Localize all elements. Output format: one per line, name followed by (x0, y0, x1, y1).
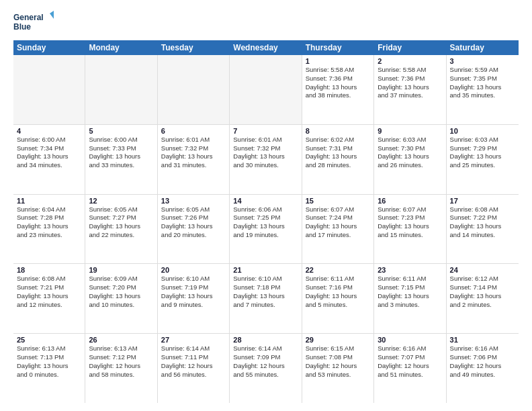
page-header: General Blue (13, 11, 519, 35)
svg-text:Blue: Blue (13, 22, 31, 32)
day-info: Sunrise: 6:07 AM Sunset: 7:24 PM Dayligh… (306, 205, 370, 240)
calendar-cell: 19Sunrise: 6:09 AM Sunset: 7:20 PM Dayli… (85, 264, 157, 333)
day-number: 15 (306, 197, 370, 205)
calendar-header-cell: Tuesday (158, 40, 230, 55)
calendar-cell: 24Sunrise: 6:12 AM Sunset: 7:14 PM Dayli… (447, 264, 519, 333)
calendar: SundayMondayTuesdayWednesdayThursdayFrid… (13, 40, 519, 403)
calendar-cell: 15Sunrise: 6:07 AM Sunset: 7:24 PM Dayli… (302, 195, 374, 264)
calendar-cell: 10Sunrise: 6:03 AM Sunset: 7:29 PM Dayli… (447, 125, 519, 194)
calendar-cell: 6Sunrise: 6:01 AM Sunset: 7:32 PM Daylig… (158, 125, 230, 194)
day-number: 29 (306, 336, 370, 344)
day-number: 3 (450, 57, 515, 65)
calendar-cell: 30Sunrise: 6:16 AM Sunset: 7:07 PM Dayli… (374, 334, 446, 403)
day-info: Sunrise: 6:16 AM Sunset: 7:07 PM Dayligh… (378, 345, 442, 379)
calendar-cell: 2Sunrise: 5:58 AM Sunset: 7:36 PM Daylig… (374, 55, 446, 124)
day-number: 1 (306, 57, 370, 65)
day-info: Sunrise: 6:03 AM Sunset: 7:29 PM Dayligh… (450, 136, 515, 170)
day-number: 4 (17, 127, 81, 135)
day-number: 11 (17, 197, 81, 205)
day-number: 8 (306, 127, 370, 135)
calendar-cell: 17Sunrise: 6:08 AM Sunset: 7:22 PM Dayli… (447, 195, 519, 264)
day-info: Sunrise: 6:10 AM Sunset: 7:19 PM Dayligh… (161, 275, 226, 309)
day-info: Sunrise: 6:10 AM Sunset: 7:18 PM Dayligh… (233, 275, 298, 309)
day-info: Sunrise: 6:14 AM Sunset: 7:11 PM Dayligh… (161, 345, 226, 379)
calendar-row: 1Sunrise: 5:58 AM Sunset: 7:36 PM Daylig… (13, 55, 519, 125)
svg-text:General: General (13, 13, 44, 22)
calendar-header-cell: Thursday (302, 40, 374, 55)
day-info: Sunrise: 5:58 AM Sunset: 7:36 PM Dayligh… (378, 66, 442, 100)
day-number: 18 (17, 266, 81, 274)
calendar-cell (13, 55, 85, 124)
calendar-cell (158, 55, 230, 124)
day-number: 26 (89, 336, 153, 344)
day-info: Sunrise: 6:11 AM Sunset: 7:15 PM Dayligh… (378, 275, 442, 309)
calendar-row: 18Sunrise: 6:08 AM Sunset: 7:21 PM Dayli… (13, 264, 519, 334)
day-number: 16 (378, 197, 442, 205)
day-info: Sunrise: 6:08 AM Sunset: 7:21 PM Dayligh… (17, 275, 81, 309)
day-info: Sunrise: 6:04 AM Sunset: 7:28 PM Dayligh… (17, 205, 81, 240)
calendar-cell: 4Sunrise: 6:00 AM Sunset: 7:34 PM Daylig… (13, 125, 85, 194)
day-info: Sunrise: 6:05 AM Sunset: 7:26 PM Dayligh… (161, 205, 226, 240)
calendar-cell: 1Sunrise: 5:58 AM Sunset: 7:36 PM Daylig… (302, 55, 374, 124)
calendar-cell: 23Sunrise: 6:11 AM Sunset: 7:15 PM Dayli… (374, 264, 446, 333)
day-number: 30 (378, 336, 442, 344)
day-info: Sunrise: 6:07 AM Sunset: 7:23 PM Dayligh… (378, 205, 442, 240)
day-number: 25 (17, 336, 81, 344)
day-number: 20 (161, 266, 226, 274)
day-info: Sunrise: 6:11 AM Sunset: 7:16 PM Dayligh… (306, 275, 370, 309)
svg-marker-2 (50, 11, 54, 19)
calendar-cell: 25Sunrise: 6:13 AM Sunset: 7:13 PM Dayli… (13, 334, 85, 403)
day-number: 13 (161, 197, 226, 205)
day-number: 19 (89, 266, 153, 274)
day-info: Sunrise: 6:01 AM Sunset: 7:32 PM Dayligh… (161, 136, 226, 170)
calendar-cell: 12Sunrise: 6:05 AM Sunset: 7:27 PM Dayli… (85, 195, 157, 264)
day-number: 28 (233, 336, 298, 344)
day-info: Sunrise: 6:14 AM Sunset: 7:09 PM Dayligh… (233, 345, 298, 379)
calendar-cell: 14Sunrise: 6:06 AM Sunset: 7:25 PM Dayli… (230, 195, 302, 264)
calendar-header: SundayMondayTuesdayWednesdayThursdayFrid… (13, 40, 519, 55)
day-number: 27 (161, 336, 226, 344)
day-number: 31 (450, 336, 515, 344)
calendar-body: 1Sunrise: 5:58 AM Sunset: 7:36 PM Daylig… (13, 55, 519, 403)
calendar-header-cell: Sunday (13, 40, 85, 55)
day-number: 6 (161, 127, 226, 135)
calendar-header-cell: Saturday (447, 40, 519, 55)
day-info: Sunrise: 6:09 AM Sunset: 7:20 PM Dayligh… (89, 275, 153, 309)
day-info: Sunrise: 6:13 AM Sunset: 7:13 PM Dayligh… (17, 345, 81, 379)
day-info: Sunrise: 6:00 AM Sunset: 7:34 PM Dayligh… (17, 136, 81, 170)
calendar-cell: 16Sunrise: 6:07 AM Sunset: 7:23 PM Dayli… (374, 195, 446, 264)
day-number: 14 (233, 197, 298, 205)
day-info: Sunrise: 6:13 AM Sunset: 7:12 PM Dayligh… (89, 345, 153, 379)
calendar-cell: 21Sunrise: 6:10 AM Sunset: 7:18 PM Dayli… (230, 264, 302, 333)
calendar-header-cell: Wednesday (230, 40, 302, 55)
logo-svg: General Blue (13, 11, 54, 35)
day-info: Sunrise: 6:00 AM Sunset: 7:33 PM Dayligh… (89, 136, 153, 170)
calendar-cell: 9Sunrise: 6:03 AM Sunset: 7:30 PM Daylig… (374, 125, 446, 194)
calendar-cell (230, 55, 302, 124)
calendar-cell: 28Sunrise: 6:14 AM Sunset: 7:09 PM Dayli… (230, 334, 302, 403)
calendar-header-cell: Friday (374, 40, 446, 55)
calendar-cell: 3Sunrise: 5:59 AM Sunset: 7:35 PM Daylig… (447, 55, 519, 124)
calendar-cell: 7Sunrise: 6:01 AM Sunset: 7:32 PM Daylig… (230, 125, 302, 194)
day-info: Sunrise: 6:15 AM Sunset: 7:08 PM Dayligh… (306, 345, 370, 379)
calendar-cell: 22Sunrise: 6:11 AM Sunset: 7:16 PM Dayli… (302, 264, 374, 333)
day-number: 17 (450, 197, 515, 205)
day-number: 21 (233, 266, 298, 274)
calendar-cell: 31Sunrise: 6:16 AM Sunset: 7:06 PM Dayli… (447, 334, 519, 403)
logo: General Blue (13, 11, 54, 35)
day-number: 5 (89, 127, 153, 135)
calendar-cell: 13Sunrise: 6:05 AM Sunset: 7:26 PM Dayli… (158, 195, 230, 264)
day-info: Sunrise: 6:02 AM Sunset: 7:31 PM Dayligh… (306, 136, 370, 170)
day-number: 10 (450, 127, 515, 135)
day-info: Sunrise: 5:59 AM Sunset: 7:35 PM Dayligh… (450, 66, 515, 100)
calendar-row: 25Sunrise: 6:13 AM Sunset: 7:13 PM Dayli… (13, 334, 519, 403)
day-number: 9 (378, 127, 442, 135)
calendar-row: 4Sunrise: 6:00 AM Sunset: 7:34 PM Daylig… (13, 125, 519, 195)
calendar-cell: 8Sunrise: 6:02 AM Sunset: 7:31 PM Daylig… (302, 125, 374, 194)
day-info: Sunrise: 6:01 AM Sunset: 7:32 PM Dayligh… (233, 136, 298, 170)
day-info: Sunrise: 6:08 AM Sunset: 7:22 PM Dayligh… (450, 205, 515, 240)
day-info: Sunrise: 6:12 AM Sunset: 7:14 PM Dayligh… (450, 275, 515, 309)
calendar-cell: 29Sunrise: 6:15 AM Sunset: 7:08 PM Dayli… (302, 334, 374, 403)
calendar-cell: 5Sunrise: 6:00 AM Sunset: 7:33 PM Daylig… (85, 125, 157, 194)
day-info: Sunrise: 6:16 AM Sunset: 7:06 PM Dayligh… (450, 345, 515, 379)
